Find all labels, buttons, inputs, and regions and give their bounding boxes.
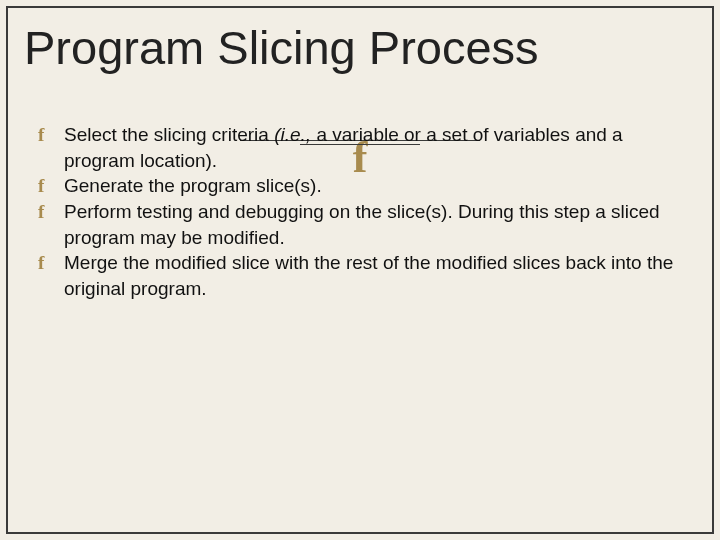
- body-text: f Select the slicing criteria (i.e., a v…: [38, 122, 682, 301]
- bullet-icon: f: [38, 173, 64, 199]
- list-item: f Generate the program slice(s).: [38, 173, 682, 199]
- bullet-icon: f: [38, 250, 64, 276]
- text-italic: (i.e.,: [274, 124, 311, 145]
- bullet-icon: f: [38, 199, 64, 225]
- slide: Program Slicing Process f f Select the s…: [0, 0, 720, 540]
- list-item: f Select the slicing criteria (i.e., a v…: [38, 122, 682, 173]
- text-span: Select the slicing criteria: [64, 124, 274, 145]
- slide-title: Program Slicing Process: [24, 20, 696, 75]
- list-item-text: Select the slicing criteria (i.e., a var…: [64, 122, 682, 173]
- list-item: f Merge the modified slice with the rest…: [38, 250, 682, 301]
- list-item-text: Merge the modified slice with the rest o…: [64, 250, 682, 301]
- bullet-icon: f: [38, 122, 64, 148]
- list-item: f Perform testing and debugging on the s…: [38, 199, 682, 250]
- list-item-text: Generate the program slice(s).: [64, 173, 682, 199]
- list-item-text: Perform testing and debugging on the sli…: [64, 199, 682, 250]
